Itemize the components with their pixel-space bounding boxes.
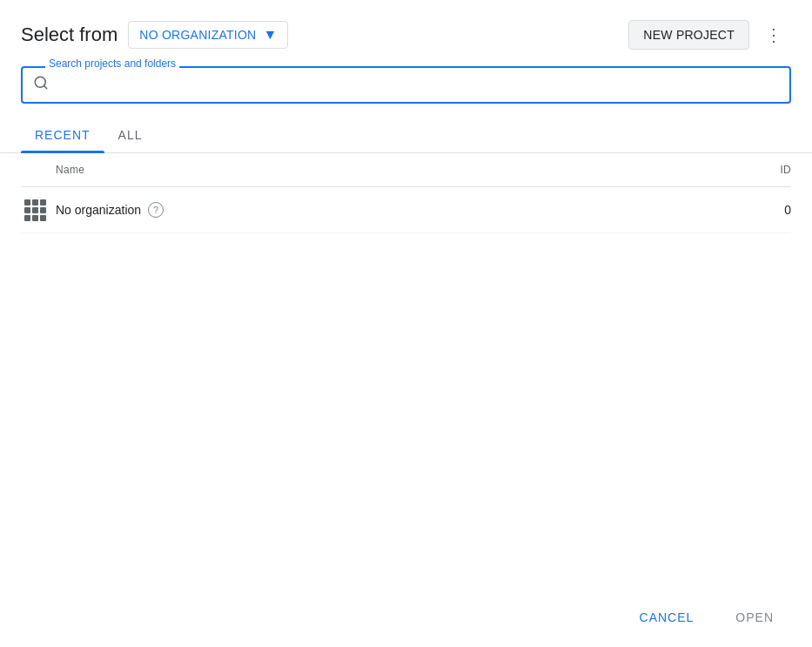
select-project-dialog: Select from NO ORGANIZATION ▼ NEW PROJEC… [0,0,812,647]
dialog-title: Select from [21,24,117,46]
search-input[interactable] [57,78,779,93]
svg-line-1 [44,85,46,88]
cancel-button[interactable]: CANCEL [622,602,712,633]
org-dropdown-button[interactable]: NO ORGANIZATION ▼ [128,21,288,49]
more-options-button[interactable]: ⋮ [756,17,791,52]
row-id-cell: 0 [652,203,791,217]
tab-recent[interactable]: RECENT [21,118,104,152]
table-section: Name ID No organization ? [0,153,812,588]
header-right: NEW PROJECT ⋮ [628,17,791,52]
tab-all[interactable]: ALL [104,118,157,152]
help-icon[interactable]: ? [148,202,164,218]
open-button[interactable]: OPEN [718,602,791,633]
row-name-cell: No organization ? [56,202,652,218]
chevron-down-icon: ▼ [263,27,277,43]
org-dropdown-label: NO ORGANIZATION [139,28,256,42]
header-left: Select from NO ORGANIZATION ▼ [21,21,288,49]
tabs-section: RECENT ALL [0,118,812,153]
dialog-header: Select from NO ORGANIZATION ▼ NEW PROJEC… [0,0,812,66]
search-icon [33,75,49,95]
new-project-button[interactable]: NEW PROJECT [628,20,749,50]
dialog-footer: CANCEL OPEN [0,588,812,647]
search-label: Search projects and folders [45,57,179,70]
search-section: Search projects and folders [0,66,812,118]
search-box [21,66,791,104]
table-header: Name ID [21,153,791,187]
table-row[interactable]: No organization ? 0 [21,187,791,233]
org-grid-icon [21,196,49,224]
column-name-header: Name [21,164,652,176]
column-id-header: ID [652,164,791,176]
